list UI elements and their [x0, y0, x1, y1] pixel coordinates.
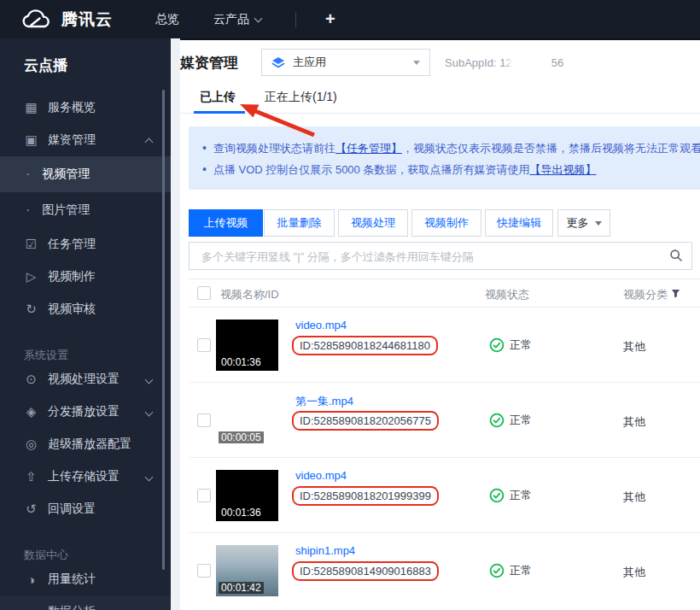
app-selector-dropdown[interactable]: 主应用	[261, 49, 430, 76]
sidebar-item-video-production[interactable]: ▷视频制作	[0, 261, 171, 293]
sidebar-item-video-management[interactable]: ·视频管理	[0, 156, 171, 192]
quick-edit-button[interactable]: 快捷编辑	[485, 209, 553, 237]
add-tab-button[interactable]: +	[325, 9, 335, 29]
review-icon: ↻	[24, 302, 38, 317]
task-management-link[interactable]: 【任务管理】	[335, 142, 402, 155]
nav-overview[interactable]: 总览	[155, 12, 179, 27]
more-button[interactable]: 更多	[557, 209, 610, 237]
sidebar-item-video-review[interactable]: ↻视频审核	[0, 293, 171, 326]
sidebar-item-video-process-settings[interactable]: ⊙视频处理设置	[0, 363, 171, 396]
process-icon: ⊙	[24, 372, 38, 387]
export-video-link[interactable]: 【导出视频】	[529, 163, 596, 176]
usage-icon: ◑	[24, 572, 38, 587]
row-checkbox[interactable]	[197, 338, 211, 352]
search-input[interactable]	[200, 243, 664, 271]
notice-line-2: •点播 VOD 控制台仅展示 5000 条数据，获取点播所有媒资请使用【导出视频…	[202, 159, 700, 180]
nav-cloud-products[interactable]: 云产品	[213, 12, 261, 27]
redacted-blur	[513, 56, 551, 69]
chevron-down-icon	[145, 375, 154, 384]
upload-video-button[interactable]: 上传视频	[189, 209, 263, 237]
video-name-link[interactable]: 第一集.mp4	[295, 394, 353, 409]
analysis-icon: ◔	[24, 605, 38, 610]
callback-icon: ↺	[24, 501, 38, 517]
video-thumbnail[interactable]: 00:01:36	[216, 470, 278, 521]
duration-badge: 00:01:42	[219, 582, 264, 594]
video-id-annotated: ID:5285890818201999399	[292, 486, 439, 506]
video-thumbnail[interactable]: 00:00:05	[216, 395, 278, 446]
video-id-annotated: ID:5285890814909016883	[292, 561, 439, 581]
sidebar-item-callback-settings[interactable]: ↺回调设置	[0, 493, 171, 525]
topbar: 腾讯云 总览 云产品 +	[0, 0, 700, 40]
sidebar-item-task-management[interactable]: ☑任务管理	[0, 228, 171, 261]
video-process-button[interactable]: 视频处理	[338, 209, 408, 237]
check-circle-icon	[489, 337, 505, 353]
app-selector-value: 主应用	[293, 55, 326, 70]
video-id-annotated: ID:5285890818202056775	[292, 411, 439, 431]
sidebar-item-media-management[interactable]: ▣媒资管理	[0, 124, 171, 156]
filter-funnel-icon[interactable]	[671, 288, 680, 301]
sidebar-item-distribution-settings[interactable]: ◈分发播放设置	[0, 396, 171, 428]
search-box	[189, 242, 692, 270]
duration-badge: 00:00:05	[219, 431, 264, 443]
sidebar-section-data-center: 数据中心	[0, 537, 171, 563]
sidebar: 云点播 ▦服务概览 ▣媒资管理 ·视频管理 ·图片管理 ☑任务管理 ▷视频制作 …	[0, 38, 171, 610]
active-tab-underline	[194, 111, 245, 114]
distribute-icon: ◈	[24, 404, 38, 419]
row-checkbox[interactable]	[197, 414, 211, 427]
sidebar-item-image-management[interactable]: ·图片管理	[0, 192, 171, 228]
search-icon[interactable]	[669, 249, 683, 266]
row-checkbox[interactable]	[197, 489, 211, 502]
select-all-checkbox[interactable]	[197, 286, 211, 300]
sidebar-scrollbar[interactable]	[162, 90, 165, 570]
table-row[interactable]: 00:01:36 video.mp4 ID:528589081820199939…	[189, 458, 700, 533]
bullet-icon: •	[202, 162, 207, 176]
status-badge: 正常	[489, 488, 532, 503]
sidebar-item-service-overview[interactable]: ▦服务概览	[0, 91, 171, 124]
dropdown-arrow-icon	[595, 221, 602, 226]
content-gap-strip	[171, 38, 180, 610]
video-produce-button[interactable]: 视频制作	[411, 209, 481, 237]
sidebar-section-system-settings: 系统设置	[0, 337, 171, 363]
sidebar-item-upload-storage-settings[interactable]: ⇧上传存储设置	[0, 460, 171, 493]
tab-uploaded[interactable]: 已上传	[200, 90, 236, 105]
chevron-down-icon	[254, 14, 263, 22]
chevron-down-icon	[145, 472, 154, 481]
bullet-icon: •	[202, 141, 207, 155]
category-cell: 其他	[623, 565, 645, 580]
row-checkbox[interactable]	[197, 564, 211, 578]
check-circle-icon	[489, 488, 505, 503]
video-name-link[interactable]: video.mp4	[295, 469, 347, 482]
status-badge: 正常	[489, 563, 532, 578]
chevron-down-icon	[145, 408, 154, 416]
sidebar-item-usage-statistics[interactable]: ◑用量统计	[0, 563, 171, 595]
topbar-nav: 总览 云产品 +	[155, 9, 335, 29]
video-name-link[interactable]: shipin1.mp4	[295, 544, 355, 557]
table-row[interactable]: 00:01:36 video.mp4 ID:528589081824468118…	[189, 308, 700, 383]
table-header: 视频名称/ID 视频状态 视频分类	[189, 279, 700, 308]
video-name-link[interactable]: video.mp4	[295, 319, 347, 331]
check-circle-icon	[489, 413, 505, 428]
tab-uploading[interactable]: 正在上传(1/1)	[265, 90, 337, 105]
table-row[interactable]: 00:01:42 shipin1.mp4 ID:5285890814909016…	[189, 533, 700, 608]
duration-badge: 00:01:36	[219, 356, 264, 368]
produce-icon: ▷	[24, 269, 38, 284]
media-icon: ▣	[24, 132, 38, 148]
category-cell: 其他	[623, 490, 645, 505]
column-status: 视频状态	[485, 287, 529, 302]
table-row[interactable]: 00:00:05 第一集.mp4 ID:5285890818202056775 …	[189, 383, 700, 458]
video-thumbnail[interactable]: 00:01:42	[216, 545, 278, 596]
topbar-divider	[295, 12, 296, 27]
status-badge: 正常	[489, 413, 532, 428]
dropdown-arrow-icon	[413, 61, 420, 65]
player-icon: ◎	[24, 437, 38, 452]
bullet-icon: ·	[26, 202, 30, 218]
tencent-cloud-logo[interactable]: 腾讯云	[20, 9, 113, 31]
sidebar-item-data-analysis[interactable]: ◔数据分析	[0, 595, 171, 610]
video-id-annotated: ID:5285890818244681180	[292, 336, 438, 355]
column-name-id: 视频名称/ID	[220, 287, 279, 302]
grid-icon: ▦	[24, 100, 38, 115]
sidebar-item-superplayer-config[interactable]: ◎超级播放器配置	[0, 428, 171, 460]
video-thumbnail[interactable]: 00:01:36	[216, 320, 278, 371]
category-cell: 其他	[623, 414, 645, 430]
batch-delete-button[interactable]: 批量删除	[264, 209, 335, 237]
